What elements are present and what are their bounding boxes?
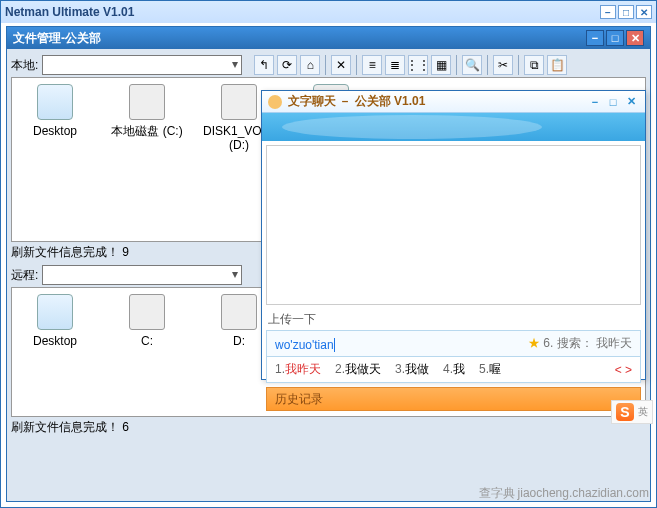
folder-icon (37, 84, 73, 120)
sogou-ime-bar[interactable]: S 英 (611, 400, 653, 424)
separator (356, 55, 357, 75)
chat-close-button[interactable]: ✕ (623, 95, 639, 109)
sogou-icon: S (616, 403, 634, 421)
local-path-dropdown[interactable] (42, 55, 242, 75)
chat-message-area (266, 145, 641, 305)
chat-window-controls: − □ ✕ (587, 95, 639, 109)
fm-title: 文件管理-公关部 (13, 30, 584, 47)
star-icon: ★ (528, 336, 540, 350)
separator (456, 55, 457, 75)
chat-input-text[interactable]: 上传一下 (266, 309, 641, 330)
app-titlebar: Netman Ultimate V1.01 − □ ✕ (1, 1, 656, 23)
disk-drive-icon (129, 294, 165, 330)
ime-hint[interactable]: ★ 6. 搜索： 我昨天 (528, 335, 632, 352)
ime-candidate[interactable]: 2.我做天 (335, 361, 381, 378)
separator (325, 55, 326, 75)
fm-maximize-button[interactable]: □ (606, 30, 624, 46)
app-window-controls: − □ ✕ (600, 5, 652, 19)
chat-title-text: 文字聊天 － 公关部 V1.01 (288, 93, 587, 110)
ime-composition[interactable]: wo'zuo'tian ★ 6. 搜索： 我昨天 (266, 330, 641, 357)
folder-icon (37, 294, 73, 330)
disk-drive-icon (221, 294, 257, 330)
drive-label: 本地磁盘 (C:) (110, 124, 184, 138)
drive-item[interactable]: Desktop (18, 84, 92, 152)
chat-icon (268, 95, 282, 109)
chat-titlebar: 文字聊天 － 公关部 V1.01 − □ ✕ (262, 91, 645, 113)
chat-input-area: 上传一下 wo'zuo'tian ★ 6. 搜索： 我昨天 1.我昨天2.我做天… (266, 309, 641, 383)
history-label: 历史记录 (275, 391, 323, 408)
drive-item[interactable]: 本地磁盘 (C:) (110, 84, 184, 152)
view4-icon[interactable]: ▦ (431, 55, 451, 75)
home-icon[interactable]: ⌂ (300, 55, 320, 75)
find-icon[interactable]: 🔍 (462, 55, 482, 75)
drive-label: Desktop (18, 124, 92, 138)
sogou-mode: 英 (638, 405, 648, 419)
disk-drive-icon (129, 84, 165, 120)
paste-icon[interactable]: 📋 (547, 55, 567, 75)
drive-item[interactable]: C: (110, 294, 184, 348)
drive-label: C: (110, 334, 184, 348)
separator (518, 55, 519, 75)
up-folder-icon[interactable]: ↰ (254, 55, 274, 75)
ime-pinyin: wo'zuo'tian (275, 336, 335, 352)
copy-icon[interactable]: ⧉ (524, 55, 544, 75)
toolbar: ↰ ⟳ ⌂ ✕ ≡ ≣ ⋮⋮ ▦ 🔍 ✂ ⧉ 📋 (254, 55, 567, 75)
ime-candidate[interactable]: 5.喔 (479, 361, 501, 378)
remote-status: 刷新文件信息完成！ 6 (11, 417, 646, 438)
delete-icon[interactable]: ✕ (331, 55, 351, 75)
drive-item[interactable]: Desktop (18, 294, 92, 348)
remote-label: 远程: (11, 267, 38, 284)
chat-minimize-button[interactable]: − (587, 95, 603, 109)
local-path-row: 本地: ↰ ⟳ ⌂ ✕ ≡ ≣ ⋮⋮ ▦ 🔍 ✂ (11, 55, 646, 75)
view2-icon[interactable]: ≣ (385, 55, 405, 75)
view3-icon[interactable]: ⋮⋮ (408, 55, 428, 75)
remote-path-dropdown[interactable] (42, 265, 242, 285)
ime-nav[interactable]: < > (615, 363, 632, 377)
fm-close-button[interactable]: ✕ (626, 30, 644, 46)
chat-bottom-bar[interactable]: 历史记录 (266, 387, 641, 411)
disk-drive-icon (221, 84, 257, 120)
separator (487, 55, 488, 75)
watermark: 查字典 jiaocheng.chazidian.com (479, 485, 649, 502)
app-title: Netman Ultimate V1.01 (5, 5, 600, 19)
chat-maximize-button[interactable]: □ (605, 95, 621, 109)
close-button[interactable]: ✕ (636, 5, 652, 19)
cut-icon[interactable]: ✂ (493, 55, 513, 75)
drive-label: Desktop (18, 334, 92, 348)
view1-icon[interactable]: ≡ (362, 55, 382, 75)
fm-titlebar: 文件管理-公关部 − □ ✕ (7, 27, 650, 49)
ime-candidates[interactable]: 1.我昨天2.我做天3.我做4.我5.喔< > (266, 357, 641, 383)
local-label: 本地: (11, 57, 38, 74)
maximize-button[interactable]: □ (618, 5, 634, 19)
chat-banner (262, 113, 645, 141)
chat-window: 文字聊天 － 公关部 V1.01 − □ ✕ 上传一下 wo'zuo'tian … (261, 90, 646, 380)
ime-candidate[interactable]: 1.我昨天 (275, 361, 321, 378)
ime-candidate[interactable]: 3.我做 (395, 361, 429, 378)
refresh-icon[interactable]: ⟳ (277, 55, 297, 75)
fm-minimize-button[interactable]: − (586, 30, 604, 46)
ime-candidate[interactable]: 4.我 (443, 361, 465, 378)
minimize-button[interactable]: − (600, 5, 616, 19)
